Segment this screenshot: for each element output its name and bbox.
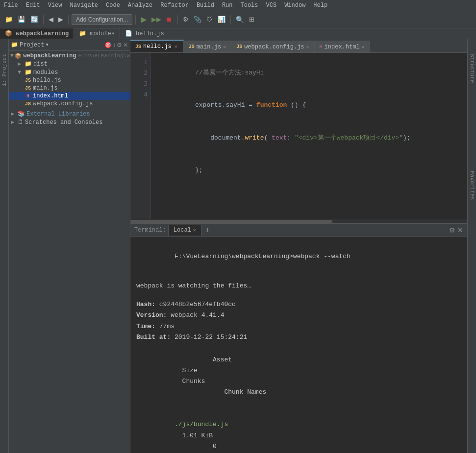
back-button[interactable]: ◀ bbox=[47, 14, 55, 24]
profiler-button[interactable]: 📊 bbox=[216, 14, 227, 24]
tree-item-external-libraries[interactable]: ▶ 📚 External Libraries bbox=[9, 110, 130, 118]
code-editor: 1 2 3 4 //暴露一个方法:sayHi exports.sayHi = f… bbox=[130, 53, 467, 219]
col-size: Size bbox=[175, 365, 219, 376]
project-strip-label[interactable]: 1: Project bbox=[1, 54, 7, 86]
tree-item-scratches[interactable]: ▶ 🗒 Scratches and Consoles bbox=[9, 118, 130, 126]
save-button[interactable]: 💾 bbox=[16, 14, 27, 24]
menubar-item-code[interactable]: Code bbox=[102, 1, 124, 10]
terminal-label: Terminal: bbox=[134, 227, 166, 234]
project-label: Project bbox=[20, 42, 44, 48]
code-line-4: }; bbox=[157, 154, 461, 187]
tree-item-dist[interactable]: ▶ 📁 dist bbox=[9, 60, 130, 68]
favorites-strip-label[interactable]: Favorites bbox=[469, 171, 475, 200]
settings-button[interactable]: ⚙ bbox=[181, 14, 191, 24]
menubar: File Edit View Navigate Code Analyze Ref… bbox=[0, 0, 476, 11]
code-content[interactable]: //暴露一个方法:sayHi exports.sayHi = function … bbox=[151, 53, 467, 219]
tab-close-main-js[interactable]: ✕ bbox=[223, 44, 226, 50]
open-file-button[interactable]: 📁 bbox=[3, 14, 15, 24]
tab-close-webpack-config[interactable]: ✕ bbox=[306, 44, 309, 50]
sidebar-close-button[interactable]: ✕ bbox=[123, 42, 128, 48]
terminal-close-button[interactable]: ✕ bbox=[457, 226, 463, 234]
terminal-line-time: Time: 77ms bbox=[136, 321, 461, 332]
forward-button[interactable]: ▶ bbox=[56, 14, 65, 24]
expand-icon-dist: ▶ bbox=[18, 60, 25, 68]
expand-icon-scratches: ▶ bbox=[11, 119, 18, 126]
tree-path-root: F:\VueLearning\w bbox=[78, 53, 130, 59]
tab-icon-index-html: H bbox=[320, 44, 323, 49]
sidebar-scroll-button[interactable]: ↕ bbox=[113, 42, 116, 48]
run-debug-button[interactable]: ▶ bbox=[139, 13, 149, 25]
tab-label-hello-js: hello.js bbox=[143, 43, 172, 50]
add-configuration-button[interactable]: Add Configuration... bbox=[72, 14, 132, 25]
menubar-item-build[interactable]: Build bbox=[193, 1, 218, 10]
tab-main-js[interactable]: JS main.js ✕ bbox=[184, 41, 231, 52]
tree-item-hello-js[interactable]: JS hello.js bbox=[9, 76, 130, 84]
search-button[interactable]: 🔍 bbox=[234, 14, 246, 25]
tree-item-modules[interactable]: ▼ 📁 modules bbox=[9, 68, 130, 76]
line-number-3: 3 bbox=[133, 78, 148, 89]
terminal-line-built: Built at: 2019-12-22 15:24:21 bbox=[136, 332, 461, 343]
attach-button[interactable]: 📎 bbox=[192, 14, 203, 24]
tab-close-hello-js[interactable]: ✕ bbox=[174, 44, 178, 49]
code-line-2: exports.sayHi = function () { bbox=[157, 89, 461, 121]
write-method: write bbox=[245, 134, 264, 142]
menubar-item-run[interactable]: Run bbox=[218, 1, 237, 10]
stop-button[interactable]: ⏹ bbox=[164, 14, 175, 24]
tree-item-main-js[interactable]: JS main.js bbox=[9, 84, 130, 92]
tree-item-webpack-config[interactable]: JS webpack.config.js bbox=[9, 100, 130, 108]
menubar-item-view[interactable]: View bbox=[44, 1, 66, 10]
menubar-item-window[interactable]: Window bbox=[280, 1, 309, 10]
terminal-tab-bar: Terminal: Local ✕ + ⚙ ✕ bbox=[130, 224, 467, 237]
terminal-add-button[interactable]: + bbox=[203, 226, 212, 235]
tab-index-html[interactable]: H index.html ✕ bbox=[315, 41, 370, 52]
close-paren: ); bbox=[403, 134, 411, 142]
indent-line3 bbox=[195, 134, 210, 142]
menubar-item-analyze[interactable]: Analyze bbox=[124, 1, 156, 10]
terminal-line-hash: Hash: c92448b2e5674efb40cc bbox=[136, 299, 461, 310]
function-keyword: function bbox=[256, 101, 287, 109]
folder-icon-modules: 📁 bbox=[25, 69, 32, 76]
expand-icon-root: ▼ bbox=[10, 52, 15, 59]
toolbar: 📁 💾 🔄 ◀ ▶ Add Configuration... ▶ ▶▶ ⏹ ⚙ … bbox=[0, 11, 476, 28]
project-dropdown[interactable]: 📁 Project ▼ bbox=[11, 41, 49, 48]
menubar-item-refactor[interactable]: Refactor bbox=[156, 1, 193, 10]
tab-hello-js[interactable]: JS hello.js ✕ bbox=[130, 40, 184, 52]
menubar-item-vcs[interactable]: VCS bbox=[262, 1, 281, 10]
folder-icon: 📁 bbox=[11, 41, 18, 48]
run-button[interactable]: ▶▶ bbox=[150, 14, 163, 24]
menubar-item-navigate[interactable]: Navigate bbox=[66, 1, 102, 10]
tab-webpack-config-js[interactable]: JS webpack.config.js ✕ bbox=[231, 41, 314, 52]
menubar-item-tools[interactable]: Tools bbox=[237, 1, 262, 10]
tab-label-webpack-config: webpack.config.js bbox=[244, 44, 304, 50]
sidebar-locate-button[interactable]: 🎯 bbox=[104, 42, 112, 48]
project-tab-modules[interactable]: 📁 modules bbox=[74, 28, 120, 39]
external-icon: 📚 bbox=[18, 110, 25, 118]
menubar-item-file[interactable]: File bbox=[0, 1, 22, 10]
tree-item-root[interactable]: ▼ 📦 webpackLearning F:\VueLearning\w bbox=[9, 52, 130, 60]
menubar-item-edit[interactable]: Edit bbox=[22, 1, 44, 10]
project-tab-hellojs[interactable]: 📄 hello.js bbox=[120, 28, 169, 39]
document-builtin: document bbox=[210, 134, 241, 142]
tree-item-index-html[interactable]: H index.html bbox=[9, 92, 130, 100]
structure-strip-label[interactable]: Structure bbox=[469, 54, 475, 83]
coverage-button[interactable]: 🛡 bbox=[204, 14, 215, 24]
menubar-item-help[interactable]: Help bbox=[309, 1, 331, 10]
terminal-line-version: Version: webpack 4.41.4 bbox=[136, 310, 461, 321]
terminal-content[interactable]: F:\VueLearning\webpackLearning>webpack -… bbox=[130, 237, 467, 453]
project-tab-webpacklearning[interactable]: 📦 webpackLearning bbox=[0, 28, 74, 39]
colon-space: : bbox=[287, 134, 295, 142]
sidebar-settings-button[interactable]: ⚙ bbox=[117, 42, 122, 48]
project-tab-bar: 📦 webpackLearning 📁 modules 📄 hello.js bbox=[0, 28, 476, 39]
terminal-settings-button[interactable]: ⚙ bbox=[449, 226, 455, 234]
tab-icon-hello-js: JS bbox=[135, 44, 141, 49]
terminal-tab-close[interactable]: ✕ bbox=[193, 227, 196, 233]
asset-name: ./js/bundle.js bbox=[175, 421, 228, 428]
terminal-tab-local[interactable]: Local ✕ bbox=[168, 225, 201, 236]
tab-close-index-html[interactable]: ✕ bbox=[362, 44, 365, 50]
sync-button[interactable]: 🔄 bbox=[28, 14, 40, 24]
sidebar: 📁 Project ▼ 🎯 ↕ ⚙ ✕ ▼ 📦 webpackLearning … bbox=[9, 39, 130, 453]
terminal-blank-2 bbox=[136, 291, 461, 299]
tree-label-main-js: main.js bbox=[33, 85, 57, 92]
html-icon-index: H bbox=[25, 94, 31, 99]
sync2-button[interactable]: ⊞ bbox=[247, 14, 256, 24]
